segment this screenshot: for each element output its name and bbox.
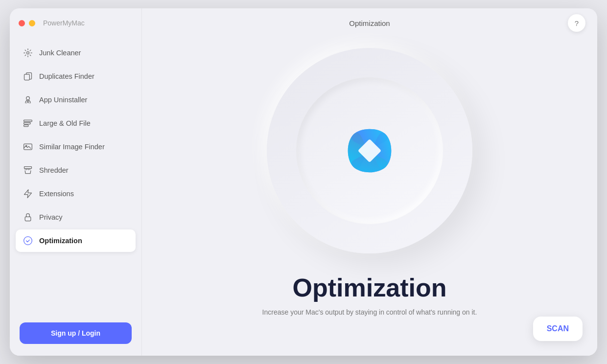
titlebar: PowerMyMac <box>10 8 141 38</box>
svg-rect-10 <box>24 167 32 169</box>
sidebar-item-shredder[interactable]: Shredder <box>16 159 136 182</box>
similar-image-finder-icon <box>23 141 33 152</box>
sidebar-item-label: Optimization <box>39 237 82 245</box>
svg-point-2 <box>26 96 30 100</box>
app-name: PowerMyMac <box>43 19 85 27</box>
sidebar-item-label: Junk Cleaner <box>39 49 81 57</box>
nav-menu: Junk Cleaner Duplicates Finder App Unins… <box>10 38 141 315</box>
sidebar-item-label: Duplicates Finder <box>39 72 94 80</box>
optimization-logo <box>328 109 411 192</box>
svg-point-0 <box>27 52 29 54</box>
sidebar-item-large-old-file[interactable]: Large & Old File <box>16 112 136 135</box>
main-header: Optimization ? <box>142 8 597 38</box>
junk-cleaner-icon <box>23 47 33 58</box>
privacy-icon <box>23 212 33 223</box>
sidebar-item-label: Similar Image Finder <box>39 143 105 151</box>
optimization-icon <box>23 235 33 246</box>
sidebar-item-privacy[interactable]: Privacy <box>16 206 136 228</box>
sidebar-item-label: App Uninstaller <box>39 96 87 104</box>
signup-login-button[interactable]: Sign up / Login <box>20 322 132 344</box>
sidebar-item-optimization[interactable]: Optimization <box>16 229 136 252</box>
minimize-button[interactable] <box>29 20 35 26</box>
sidebar-item-label: Shredder <box>39 166 69 174</box>
sidebar-footer: Sign up / Login <box>10 315 141 356</box>
logo-outer-circle <box>267 48 472 253</box>
page-heading: Optimization <box>293 273 447 302</box>
sidebar-item-extensions[interactable]: Extensions <box>16 182 136 205</box>
svg-rect-6 <box>24 122 30 124</box>
app-uninstaller-icon <box>23 94 33 105</box>
main-header-title: Optimization <box>349 19 390 27</box>
svg-rect-11 <box>25 217 31 221</box>
sidebar-item-app-uninstaller[interactable]: App Uninstaller <box>16 89 136 111</box>
sidebar-item-label: Extensions <box>39 190 74 198</box>
duplicates-finder-icon <box>23 71 33 82</box>
content-area: Optimization Increase your Mac's output … <box>262 38 477 356</box>
shredder-icon <box>23 165 33 176</box>
sidebar-item-label: Privacy <box>39 213 63 221</box>
main-content: Optimization ? <box>142 8 597 356</box>
svg-rect-7 <box>24 125 28 126</box>
app-window: PowerMyMac Junk Cleaner Duplicates Finde… <box>10 8 597 356</box>
logo-inner-circle <box>296 77 443 224</box>
page-subtitle: Increase your Mac's output by staying in… <box>262 308 477 316</box>
sidebar: PowerMyMac Junk Cleaner Duplicates Finde… <box>10 8 142 356</box>
help-button[interactable]: ? <box>568 14 585 32</box>
extensions-icon <box>23 188 33 199</box>
scan-button[interactable]: SCAN <box>533 317 583 341</box>
svg-rect-5 <box>24 120 32 121</box>
sidebar-item-duplicates-finder[interactable]: Duplicates Finder <box>16 65 136 88</box>
sidebar-item-junk-cleaner[interactable]: Junk Cleaner <box>16 42 136 64</box>
sidebar-item-label: Large & Old File <box>39 119 91 127</box>
svg-rect-1 <box>24 74 30 80</box>
close-button[interactable] <box>19 20 25 26</box>
large-old-file-icon <box>23 118 33 129</box>
sidebar-item-similar-image-finder[interactable]: Similar Image Finder <box>16 136 136 158</box>
